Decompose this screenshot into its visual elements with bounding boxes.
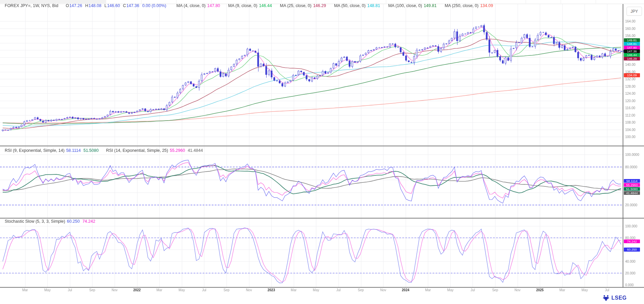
window-top-strip <box>0 0 644 4</box>
lseg-logo-text: LSEG <box>611 295 627 301</box>
chart-application: FOREX JPY=, 1W, NYS, Bid O147.26H148.08L… <box>0 0 644 304</box>
lseg-logo: LSEG <box>602 295 627 301</box>
currency-axis-button[interactable]: JPY <box>627 7 642 16</box>
lseg-crest-icon <box>602 295 610 301</box>
chart-canvas[interactable] <box>0 0 644 304</box>
